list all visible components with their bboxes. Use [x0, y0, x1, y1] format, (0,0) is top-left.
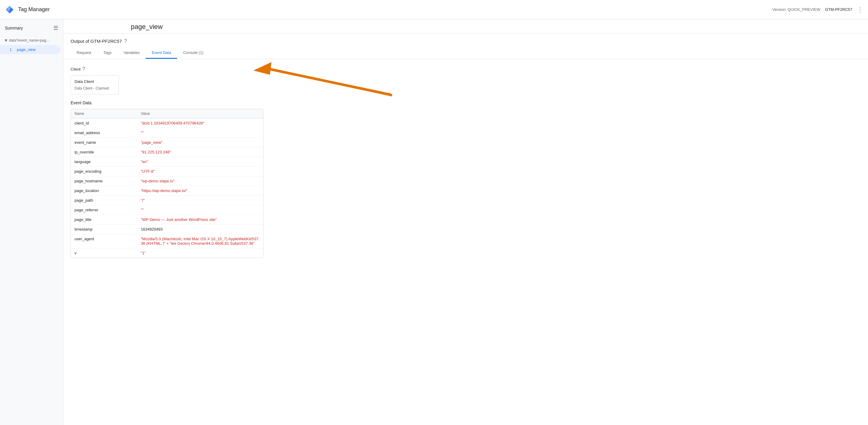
gtm-logo [5, 5, 14, 14]
tab-console[interactable]: Console (1) [177, 47, 209, 59]
page-title-bar: page_view [63, 19, 868, 33]
data-value: "WP Demo — Just another WordPress site" [141, 217, 260, 222]
data-key: page_hostname [74, 179, 141, 183]
data-key: ip_override [74, 150, 141, 154]
sidebar-event-header[interactable]: ▾ data?event_name=page_vi... [0, 36, 63, 45]
data-value: "91.225.123.248" [141, 150, 260, 154]
data-key: event_name [74, 140, 141, 145]
table-rows: client_id"dcid.1.1634919706409.470796428… [71, 119, 263, 258]
header-right: Version: QUICK_PREVIEW GTM-PF2RC57 ⋮ [772, 6, 863, 13]
tab-event-data[interactable]: Event Data [146, 47, 177, 59]
table-row: client_id"dcid.1.1634919706409.470796428… [71, 119, 263, 128]
page-title: page_view [131, 23, 861, 33]
chevron-down-icon: ▾ [5, 37, 7, 43]
data-value: "Mozilla/5.0 (Macintosh; Intel Mac OS X … [141, 237, 260, 246]
data-key: timestamp [74, 227, 141, 231]
list-icon: ☰ [53, 25, 58, 31]
header-left: Tag Manager [5, 5, 50, 14]
col-name: Name [74, 111, 141, 116]
client-label-text: Client [70, 67, 81, 71]
inner-content: Client ? Data Client Data Client - Claim… [63, 59, 868, 265]
data-value: "dcid.1.1634919706409.470796428" [141, 121, 260, 125]
table-row: event_name"page_view" [71, 138, 263, 148]
data-value: "en" [141, 159, 260, 164]
data-key: page_encoding [74, 169, 141, 174]
data-key: page_path [74, 198, 141, 202]
tab-request[interactable]: Request [70, 47, 97, 59]
help-icon[interactable]: ? [124, 38, 127, 44]
content-inner: Client ? Data Client Data Client - Claim… [63, 59, 868, 265]
client-option-primary: Data Client [74, 78, 115, 85]
tabs: Request Tags Variables Event Data Consol… [70, 47, 861, 59]
main-layout: Summary ☰ ▾ data?event_name=page_vi... 1… [0, 19, 868, 425]
data-key: language [74, 159, 141, 164]
data-value: "" [141, 131, 260, 135]
client-dropdown[interactable]: Data Client Data Client - Claimed [70, 75, 119, 94]
table-row: language"en" [71, 157, 263, 167]
sidebar-event-group: ▾ data?event_name=page_vi... 1 page_view [0, 36, 63, 54]
table-row: v"1" [71, 249, 263, 258]
data-key: client_id [74, 121, 141, 125]
data-value: 1634920493 [141, 227, 260, 231]
event-index: 1 [10, 47, 14, 52]
data-value: "wp-demo.stape.io" [141, 179, 260, 183]
sidebar-event-item[interactable]: 1 page_view [0, 45, 61, 54]
data-key: v [74, 251, 141, 255]
table-header: Name Value [71, 109, 263, 119]
table-row: page_referrer"" [71, 205, 263, 215]
content-wrapper: page_view Output of GTM-PF2RC57 ? Reques… [63, 19, 868, 425]
client-option-secondary: Data Client - Claimed [74, 85, 115, 92]
col-value: Value [141, 111, 260, 116]
data-key: user_agent [74, 237, 141, 241]
client-help-icon[interactable]: ? [82, 66, 85, 72]
table-row: page_encoding"UTF-8" [71, 167, 263, 176]
sidebar: Summary ☰ ▾ data?event_name=page_vi... 1… [0, 19, 63, 425]
tab-variables[interactable]: Variables [118, 47, 146, 59]
tab-tags[interactable]: Tags [97, 47, 117, 59]
sidebar-summary-label: Summary [5, 26, 23, 30]
table-row: page_location"https://wp-demo.stape.io/" [71, 186, 263, 196]
output-title: Output of GTM-PF2RC57 ? [70, 38, 861, 44]
data-value: "" [141, 208, 260, 212]
container-id: GTM-PF2RC57 [825, 7, 852, 12]
data-key: page_referrer [74, 208, 141, 212]
output-header: Output of GTM-PF2RC57 ? Request Tags Var… [63, 33, 868, 59]
data-value: "/" [141, 198, 260, 202]
output-title-text: Output of GTM-PF2RC57 [70, 39, 122, 44]
app-title: Tag Manager [18, 6, 50, 13]
event-name-truncated: data?event_name=page_vi... [9, 38, 51, 42]
data-value: "https://wp-demo.stape.io/" [141, 188, 260, 193]
data-value: "page_view" [141, 140, 260, 145]
table-row: email_address"" [71, 128, 263, 138]
event-data-table: Name Value client_id"dcid.1.163491970640… [70, 109, 264, 258]
data-key: page_location [74, 188, 141, 193]
table-row: ip_override"91.225.123.248" [71, 148, 263, 157]
data-key: page_title [74, 217, 141, 222]
table-row: user_agent"Mozilla/5.0 (Macintosh; Intel… [71, 234, 263, 249]
more-icon[interactable]: ⋮ [857, 6, 863, 13]
table-row: page_path"/" [71, 196, 263, 205]
client-section-label: Client ? [70, 66, 861, 72]
content-area: Output of GTM-PF2RC57 ? Request Tags Var… [63, 33, 868, 425]
data-value: "UTF-8" [141, 169, 260, 174]
table-row: timestamp1634920493 [71, 225, 263, 234]
table-row: page_title"WP Demo — Just another WordPr… [71, 215, 263, 225]
data-value: "1" [141, 251, 260, 255]
version-label: Version: QUICK_PREVIEW [772, 7, 820, 12]
table-row: page_hostname"wp-demo.stape.io" [71, 176, 263, 186]
event-label: page_view [17, 47, 36, 52]
top-header: Tag Manager Version: QUICK_PREVIEW GTM-P… [0, 0, 868, 19]
sidebar-summary[interactable]: Summary ☰ [0, 22, 63, 34]
event-data-title: Event Data [70, 100, 861, 105]
data-key: email_address [74, 131, 141, 135]
